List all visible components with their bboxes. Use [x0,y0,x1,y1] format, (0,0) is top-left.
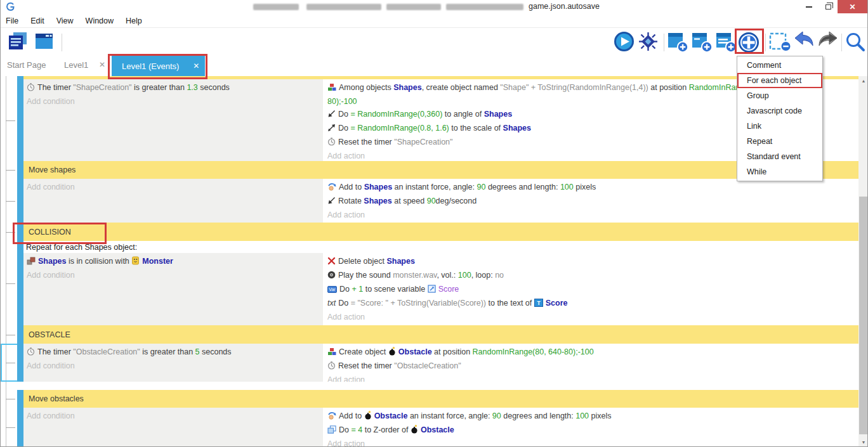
event-line[interactable]: Rotate Shapes at speed 90deg/second [327,195,854,209]
comment-body[interactable]: COLLISION [23,223,858,241]
vertical-scrollbar[interactable]: ▲ ▼ [858,76,868,447]
event-line[interactable]: Play the sound monster.wav, vol.: 100, l… [327,269,854,283]
comment-row[interactable]: COLLISION [1,223,858,241]
event-line[interactable]: Shapes is in collision with Monster [27,255,320,269]
debug-button[interactable] [638,31,661,55]
close-button[interactable]: ✕ [838,0,867,13]
tab-level1-close-icon[interactable]: ✕ [99,60,105,69]
menu-item-for-each-object[interactable]: For each object [737,73,822,88]
add-action-link[interactable]: Add action [327,437,854,447]
event-gutter [1,382,17,390]
add-condition-link[interactable]: Add condition [27,360,320,372]
event-selection-bar[interactable] [17,241,23,325]
add-action-link[interactable]: Add action [327,209,854,221]
event-row[interactable]: The timer "ObstacleCreation" is greater … [1,344,858,382]
text-segment: 100 [458,271,471,280]
conditions-cell[interactable]: Shapes is in collision with MonsterAdd c… [23,253,323,325]
event-selection-bar[interactable] [17,179,23,223]
scroll-down-icon[interactable]: ▼ [858,437,868,447]
scene-editor-button[interactable] [34,31,58,54]
add-condition-link[interactable]: Add condition [27,181,320,193]
comment-body[interactable]: Move obstacles [23,390,858,408]
object-name: Obstacle [421,425,454,434]
scroll-up-icon[interactable]: ▲ [858,76,868,86]
restore-button[interactable] [819,0,838,13]
conditions-cell[interactable]: Add condition [23,179,323,223]
add-condition-link[interactable]: Add condition [27,95,320,108]
text-segment: to scene variable [363,285,427,294]
menu-item-standard-event[interactable]: Standard event [737,149,822,164]
play-button[interactable] [614,31,637,55]
actions-cell[interactable]: Add to Obstacle an instant force, angle:… [323,408,858,447]
event-selection-bar[interactable] [17,223,23,241]
event-line[interactable]: Create object Obstacle at position Rando… [327,346,854,360]
event-selection-bar[interactable] [17,408,23,447]
event-line[interactable]: Delete object Shapes [327,255,854,269]
event-line[interactable]: txtDo = "Score: " + ToString(Variable(Sc… [327,297,854,311]
menu-view[interactable]: View [56,16,74,25]
comment-row[interactable]: Move obstacles [1,390,858,408]
text-segment: 100 [560,183,574,191]
add-event-button[interactable] [667,31,691,55]
event-selection-bar[interactable] [17,344,23,382]
menu-item-javascript-code[interactable]: Javascript code [737,103,822,119]
undo-button[interactable] [794,31,818,53]
add-subevent-icon [691,31,713,55]
event-line[interactable]: VarDo + 1 to scene variable Score [327,283,854,297]
menu-help[interactable]: Help [126,16,142,25]
event-row[interactable]: The timer "ShapeCreation" is greater tha… [1,79,858,161]
foreach-event-row[interactable]: Repeat for each Shapes object:Shapes is … [1,241,858,325]
actions-cell[interactable]: Delete object ShapesPlay the sound monst… [323,253,858,325]
text-segment: The timer [37,83,73,92]
comment-row[interactable]: Move shapes [1,161,858,179]
redo-button[interactable] [817,31,841,53]
menu-item-link[interactable]: Link [737,119,822,134]
actions-cell[interactable]: Create object Obstacle at position Rando… [323,344,858,382]
event-line[interactable]: The timer "ShapeCreation" is greater tha… [27,81,320,95]
comment-body[interactable]: OBSTACLE [23,325,858,344]
project-manager-button[interactable] [7,31,31,54]
scrollbar-thumb[interactable] [859,197,868,434]
tab-level1-events-close-icon[interactable]: ✕ [193,62,199,70]
event-line[interactable]: Reset the timer "ObstacleCreation" [327,360,854,373]
add-condition-link[interactable]: Add condition [27,410,320,422]
text-segment: is greater than [132,83,187,92]
tab-level1[interactable]: Level1 [64,60,88,70]
event-selection-bar[interactable] [17,79,23,161]
comment-row[interactable]: OBSTACLE [1,325,858,344]
menu-file[interactable]: File [6,16,18,25]
menu-item-comment[interactable]: Comment [737,58,822,73]
debug-icon [638,31,659,55]
tab-level1-events[interactable]: Level1 (Events)✕ [112,56,205,76]
event-line[interactable]: The timer "ObstacleCreation" is greater … [27,346,320,360]
event-selection-bar[interactable] [17,325,23,344]
search-button[interactable] [845,31,868,55]
menu-window[interactable]: Window [86,16,114,25]
tab-start-page[interactable]: Start Page [7,60,46,70]
menu-edit[interactable]: Edit [30,16,44,25]
event-line[interactable]: Add to Shapes an instant force, angle: 9… [327,181,854,195]
add-other-event-button[interactable] [737,31,763,56]
event-selection-bar[interactable] [17,161,23,179]
add-subevent-button[interactable] [691,31,715,55]
conditions-cell[interactable]: Add condition [23,408,323,447]
menu-item-while[interactable]: While [737,164,822,179]
add-action-link[interactable]: Add action [327,311,854,323]
add-condition-link[interactable]: Add condition [27,269,320,282]
event-row[interactable]: Add conditionAdd to Obstacle an instant … [1,408,858,447]
event-selection-bar[interactable] [17,390,23,408]
title-bar: game.json.autosave ✕ [1,0,867,14]
comment-body[interactable]: Move shapes [23,161,858,179]
event-line[interactable]: Do = 4 to Z-order of Obstacle [327,424,854,437]
conditions-cell[interactable]: The timer "ObstacleCreation" is greater … [23,344,323,382]
actions-cell[interactable]: Add to Shapes an instant force, angle: 9… [323,179,858,223]
minimize-button[interactable] [799,0,819,13]
event-row[interactable]: Add conditionAdd to Shapes an instant fo… [1,179,858,223]
menu-item-group[interactable]: Group [737,88,822,103]
menu-item-repeat[interactable]: Repeat [737,134,822,149]
remove-event-button[interactable] [768,31,794,55]
add-comment-button[interactable] [715,31,739,55]
foreach-header[interactable]: Repeat for each Shapes object: [23,241,858,253]
event-line[interactable]: Add to Obstacle an instant force, angle:… [327,410,854,424]
conditions-cell[interactable]: The timer "ShapeCreation" is greater tha… [23,79,323,161]
